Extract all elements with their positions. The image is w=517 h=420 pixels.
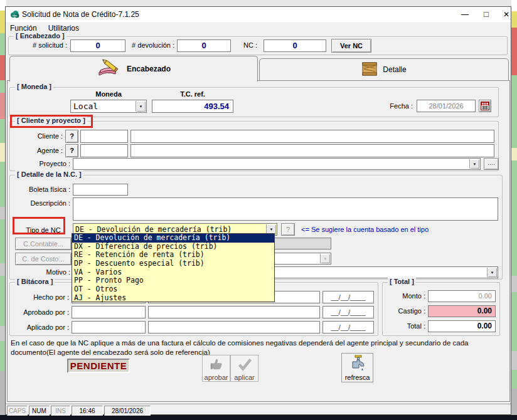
devolucion-input[interactable]: 0: [177, 39, 231, 52]
refresca-label: refresca: [345, 374, 370, 381]
agente-name-input[interactable]: [131, 144, 494, 157]
ins-indicator: INS: [51, 406, 70, 416]
maximize-button[interactable]: □: [477, 7, 495, 22]
suggest-hint-text: <= Se sugiere la cuenta basado en el tip…: [301, 226, 429, 233]
castigo-field[interactable]: 0.00: [428, 305, 496, 317]
tc-ref-header: T.C. ref.: [152, 90, 233, 98]
calendar-icon: [481, 104, 489, 112]
encabezado-group: [ Encabezado ] # solicitud : 0 # devoluc…: [8, 36, 508, 55]
aprobado-por-user-input[interactable]: [72, 306, 146, 318]
calendar-button[interactable]: [479, 100, 491, 112]
cliente-lookup-button[interactable]: ?: [65, 130, 78, 143]
aplicado-por-user-input[interactable]: [72, 321, 146, 333]
tab-encabezado[interactable]: Encabezado: [9, 56, 258, 81]
boleta-fisica-input[interactable]: [73, 184, 128, 196]
bitacora-group-label: [ Bitácora ]: [15, 278, 55, 285]
suggest-account-button[interactable]: ?: [281, 223, 295, 236]
annotation-tipo-nc: [13, 217, 65, 234]
monto-label: Monto :: [385, 292, 425, 300]
tipo-nc-option[interactable]: OT - Otros: [72, 285, 274, 294]
screen: Solicitud de Nota de Crédito-7.1.25 — □ …: [0, 0, 517, 420]
tab-encabezado-label: Encabezado: [127, 65, 171, 73]
window-title: Solicitud de Nota de Crédito-7.1.25: [22, 10, 139, 19]
fecha-field[interactable]: 28/01/2026: [417, 100, 476, 112]
time-panel: 16:46: [72, 406, 103, 416]
tab-detalle[interactable]: Detalle: [259, 58, 509, 81]
detalle-nc-group-label: [ Detalle de la N.C. ]: [15, 171, 83, 178]
aplicar-label: aplicar: [234, 374, 254, 381]
aplicar-button[interactable]: aplicar: [230, 355, 258, 382]
moneda-group-label: [ Moneda ]: [15, 83, 53, 90]
aprobado-por-date-input[interactable]: __/__/____: [322, 306, 374, 318]
devolucion-label: # devolución :: [122, 41, 174, 49]
aprobar-label: aprobar: [205, 374, 228, 381]
solicitud-label: # solicitud :: [15, 41, 67, 49]
tipo-nc-option[interactable]: DE - Devolución de mercadería (trib): [72, 234, 274, 243]
boleta-fisica-label: Boleta física :: [14, 186, 70, 193]
total-label: Total :: [385, 322, 425, 330]
menu-funcion[interactable]: Función: [10, 24, 37, 33]
tipo-nc-option[interactable]: RE - Retención de renta (trib): [72, 251, 274, 260]
annotation-cliente-proyecto: [10, 115, 93, 128]
nc-input[interactable]: 0: [264, 39, 326, 52]
title-bar[interactable]: Solicitud de Nota de Crédito-7.1.25 — □ …: [6, 7, 511, 22]
moneda-combobox[interactable]: Local ▼: [70, 100, 147, 113]
hecho-por-date-input[interactable]: __/__/____: [322, 291, 374, 303]
check-icon: [237, 356, 253, 374]
chevron-down-icon[interactable]: ▼: [469, 159, 479, 169]
tipo-nc-option[interactable]: DX - Diferencia de precios (trib): [72, 243, 274, 251]
aprobado-por-label: Aprobado por :: [13, 308, 69, 316]
agente-label: Agente :: [16, 147, 63, 154]
thumbs-up-icon: [208, 356, 225, 374]
motivo-label: Motivo :: [26, 268, 70, 276]
moneda-value: Local: [71, 102, 98, 111]
nc-label: NC :: [228, 41, 257, 49]
chevron-down-icon: ▼: [320, 254, 330, 263]
encabezado-group-label: [ Encabezado ]: [14, 32, 67, 39]
background-window-right: [511, 0, 517, 420]
fecha-label: Fecha :: [384, 102, 413, 110]
app-icon: [9, 9, 19, 19]
aplicado-por-name-input[interactable]: [148, 321, 320, 333]
chevron-down-icon[interactable]: ▼: [487, 268, 497, 277]
close-button[interactable]: ✕: [498, 7, 515, 22]
tipo-nc-value: DE - Devolución de mercadería (trib): [73, 225, 232, 234]
cliente-label: Cliente :: [16, 132, 63, 140]
menu-utilitarios[interactable]: Utilitarios: [48, 24, 79, 33]
tc-ref-field[interactable]: 493.54: [152, 100, 233, 113]
total-group: [ Total ] Monto : 0.00 Castigo : 0.00 To…: [382, 282, 500, 336]
moneda-header: Moneda: [70, 90, 147, 98]
agente-lookup-button[interactable]: ?: [65, 144, 78, 157]
c-contable-button[interactable]: C.Contable...: [15, 238, 72, 250]
solicitud-input[interactable]: 0: [70, 39, 125, 52]
tipo-nc-option[interactable]: AJ - Ajustes: [72, 294, 274, 303]
caps-indicator: CAPS: [7, 406, 28, 416]
taskbar-strip: [0, 415, 517, 420]
tipo-nc-option[interactable]: DP - Descuento especial (trib): [72, 260, 274, 268]
minimize-button[interactable]: —: [456, 7, 474, 22]
status-bar: CAPS NUM INS 16:46 28/01/2026: [6, 404, 511, 415]
refresca-button[interactable]: refresca: [341, 353, 373, 382]
total-field: 0.00: [428, 320, 496, 332]
tipo-nc-option[interactable]: PP - Pronto Pago: [72, 276, 274, 285]
aplicado-por-label: Aplicado por :: [13, 323, 69, 331]
tipo-nc-option[interactable]: VA - Varios: [72, 268, 274, 277]
aprobar-button[interactable]: aprobar: [202, 355, 230, 382]
ver-nc-button[interactable]: Ver NC: [331, 39, 371, 53]
app-window: Solicitud de Nota de Crédito-7.1.25 — □ …: [5, 6, 511, 415]
descripcion-input[interactable]: [73, 197, 498, 221]
tab-detalle-label: Detalle: [383, 65, 406, 74]
cliente-name-input[interactable]: [131, 130, 494, 143]
hecho-por-label: Hecho por :: [13, 293, 69, 301]
castigo-label: Castigo :: [385, 307, 425, 315]
c-de-costo-button[interactable]: C. de Costo...: [15, 253, 72, 265]
proyecto-browse-button[interactable]: ....: [484, 158, 499, 170]
agente-code-input[interactable]: [80, 144, 128, 157]
proyecto-combobox[interactable]: ▼: [73, 158, 481, 170]
cliente-code-input[interactable]: [80, 130, 128, 143]
chevron-down-icon[interactable]: ▼: [136, 101, 146, 112]
aplicado-por-date-input[interactable]: __/__/____: [322, 321, 374, 333]
date-panel: 28/01/2026: [104, 406, 151, 416]
aprobado-por-name-input[interactable]: [148, 306, 320, 318]
total-group-label: [ Total ]: [388, 278, 416, 285]
